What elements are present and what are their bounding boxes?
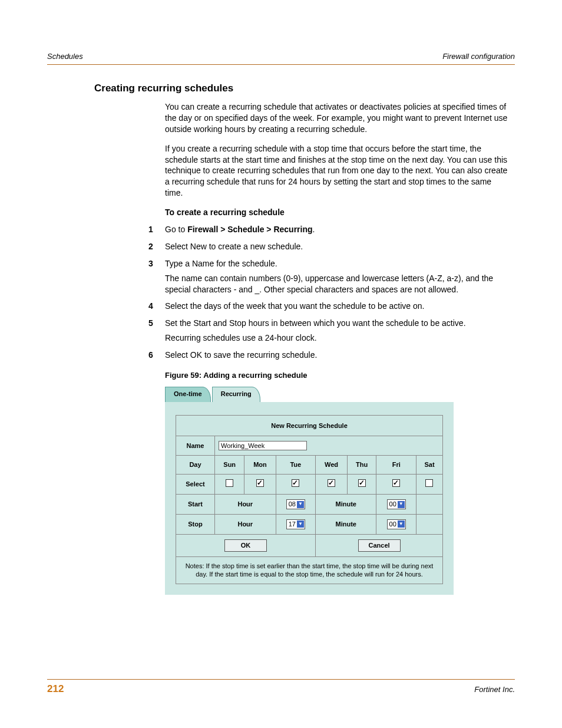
- label-day: Day: [176, 456, 215, 475]
- label-minute: Minute: [316, 495, 376, 515]
- step-4: 4 Select the days of the week that you w…: [165, 301, 510, 312]
- step-text: Set the Start and Stop hours in between …: [165, 318, 510, 329]
- label-stop: Stop: [176, 514, 215, 534]
- section-title: Creating recurring schedules: [94, 83, 515, 94]
- step-text: Select the days of the week that you wan…: [165, 301, 510, 312]
- notes-text: Notes: If the stop time is set earlier t…: [176, 556, 443, 584]
- checkbox-mon[interactable]: [256, 479, 264, 487]
- page-number: 212: [47, 683, 64, 695]
- header-right: Firewall configuration: [442, 52, 515, 61]
- start-minute-value: 00: [389, 500, 396, 509]
- intro-paragraph-1: You can create a recurring schedule that…: [165, 101, 510, 135]
- tab-one-time[interactable]: One-time: [165, 387, 211, 402]
- checkbox-sat[interactable]: [425, 479, 433, 487]
- label-minute: Minute: [316, 514, 376, 534]
- checkbox-tue[interactable]: [292, 479, 299, 487]
- label-select: Select: [176, 475, 215, 495]
- step-1: 1 Go to Firewall > Schedule > Recurring.: [165, 224, 510, 235]
- step-number: 2: [148, 241, 165, 252]
- step-text: Go to: [165, 225, 187, 234]
- step-number: 6: [148, 350, 165, 361]
- step-number: 5: [148, 318, 165, 344]
- step-text: .: [313, 225, 315, 234]
- step-number: 1: [148, 224, 165, 235]
- day-header-sat: Sat: [416, 456, 442, 475]
- name-input[interactable]: [219, 441, 307, 450]
- start-hour-select[interactable]: 08 ▼: [286, 499, 305, 509]
- checkbox-sun[interactable]: [226, 479, 233, 487]
- label-hour: Hour: [215, 514, 276, 534]
- footer-company: Fortinet Inc.: [474, 685, 515, 694]
- figure-caption: Figure 59: Adding a recurring schedule: [165, 370, 510, 381]
- chevron-down-icon: ▼: [398, 501, 405, 508]
- step-text: Select New to create a new schedule.: [165, 241, 510, 252]
- step-extra-text: Recurring schedules use a 24-hour clock.: [165, 332, 510, 344]
- checkbox-fri[interactable]: [392, 479, 400, 487]
- step-5: 5 Set the Start and Stop hours in betwee…: [165, 318, 510, 344]
- step-number: 3: [148, 258, 165, 295]
- checkbox-wed[interactable]: [328, 479, 335, 487]
- day-header-sun: Sun: [215, 456, 244, 475]
- ok-button[interactable]: OK: [224, 539, 267, 552]
- panel-title: New Recurring Schedule: [176, 415, 443, 436]
- label-hour: Hour: [215, 495, 276, 515]
- procedure-heading: To create a recurring schedule: [165, 207, 510, 218]
- chevron-down-icon: ▼: [398, 521, 405, 528]
- day-header-thu: Thu: [347, 456, 376, 475]
- intro-paragraph-2: If you create a recurring schedule with …: [165, 143, 510, 199]
- step-bold-path: Firewall > Schedule > Recurring: [187, 225, 312, 234]
- step-extra-text: The name can contain numbers (0-9), uppe…: [165, 273, 510, 295]
- day-header-wed: Wed: [316, 456, 348, 475]
- checkbox-thu[interactable]: [358, 479, 366, 487]
- step-2: 2 Select New to create a new schedule.: [165, 241, 510, 252]
- start-hour-value: 08: [289, 500, 296, 509]
- label-name: Name: [176, 436, 215, 456]
- stop-minute-value: 00: [389, 520, 396, 529]
- stop-minute-select[interactable]: 00 ▼: [387, 519, 406, 529]
- step-text: Type a Name for the schedule.: [165, 258, 510, 269]
- step-text: Select OK to save the recurring schedule…: [165, 350, 510, 361]
- header-left: Schedules: [47, 52, 83, 61]
- cancel-button[interactable]: Cancel: [358, 539, 401, 552]
- step-3: 3 Type a Name for the schedule. The name…: [165, 258, 510, 295]
- day-header-fri: Fri: [376, 456, 416, 475]
- day-header-mon: Mon: [244, 456, 276, 475]
- stop-hour-value: 17: [289, 520, 296, 529]
- day-header-tue: Tue: [276, 456, 316, 475]
- step-number: 4: [148, 301, 165, 312]
- figure-screenshot: One-time Recurring New Recurring Schedul…: [165, 387, 454, 595]
- stop-hour-select[interactable]: 17 ▼: [286, 519, 305, 529]
- chevron-down-icon: ▼: [297, 521, 304, 528]
- chevron-down-icon: ▼: [297, 501, 304, 508]
- tab-recurring[interactable]: Recurring: [212, 387, 260, 402]
- start-minute-select[interactable]: 00 ▼: [387, 499, 406, 509]
- step-6: 6 Select OK to save the recurring schedu…: [165, 350, 510, 361]
- label-start: Start: [176, 495, 215, 515]
